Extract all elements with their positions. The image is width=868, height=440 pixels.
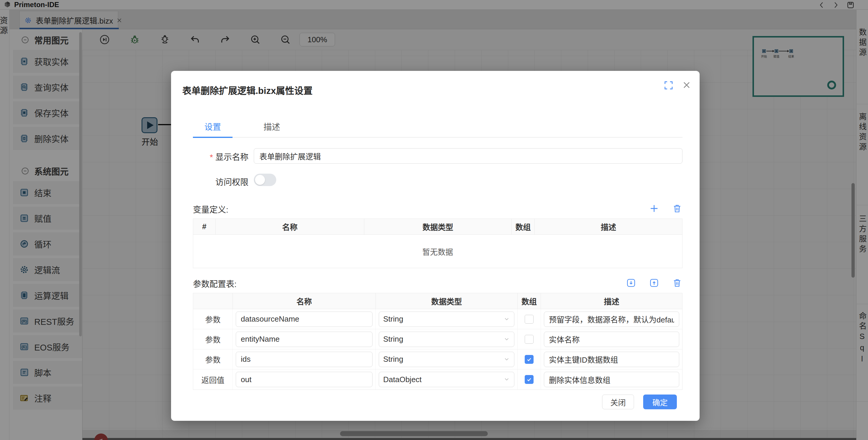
param-name-input[interactable] (236, 312, 373, 327)
param-kind: 参数 (196, 334, 229, 345)
chevron-down-icon (503, 356, 510, 363)
param-type-select[interactable]: String (379, 312, 514, 327)
param-desc-input[interactable] (544, 372, 679, 387)
param-type-select[interactable]: String (379, 332, 514, 347)
param-type-value: String (383, 355, 503, 364)
chevron-down-icon (503, 376, 510, 383)
param-row: 参数 String (193, 349, 682, 370)
param-type-select[interactable]: String (379, 352, 514, 367)
param-row: 返回值 DataObject (193, 370, 682, 389)
chevron-down-icon (503, 316, 510, 322)
param-type-value: String (383, 314, 503, 324)
add-variable-icon[interactable] (649, 203, 659, 214)
delete-variable-icon[interactable] (672, 203, 682, 214)
check-icon (526, 377, 532, 382)
variables-table-header: # 名称 数据类型 数组 描述 (193, 219, 682, 235)
app-window: Primeton-IDE 资源 表单删除扩展逻辑.bizx (0, 0, 868, 440)
access-label: 访问权限 (189, 176, 248, 188)
check-icon (526, 356, 532, 362)
export-params-icon[interactable] (649, 278, 659, 288)
dialog-tabs: 设置 描述 (193, 121, 291, 132)
array-checkbox[interactable] (525, 315, 533, 324)
param-type-select[interactable]: DataObject (379, 372, 514, 387)
params-table: 名称 数据类型 数组 描述 参数 String 参数 (193, 293, 682, 390)
param-name-input[interactable] (236, 352, 373, 367)
tab-settings[interactable]: 设置 (193, 121, 232, 132)
variables-section-title: 变量定义: (193, 203, 228, 215)
array-checkbox[interactable] (525, 335, 533, 344)
required-mark: * (210, 153, 213, 162)
params-actions (626, 278, 682, 288)
dialog-title: 表单删除扩展逻辑.bizx属性设置 (182, 83, 313, 97)
param-desc-input[interactable] (544, 352, 679, 367)
delete-param-icon[interactable] (672, 278, 682, 288)
properties-dialog: 表单删除扩展逻辑.bizx属性设置 设置 描述 *显示名称 访问权限 变量定义: (171, 71, 700, 421)
param-desc-input[interactable] (544, 332, 679, 347)
active-tab-indicator (193, 137, 232, 138)
variables-table: # 名称 数据类型 数组 描述 暂无数据 (193, 219, 682, 268)
tabs-divider (193, 137, 682, 137)
chevron-down-icon (503, 336, 510, 343)
param-name-input[interactable] (236, 372, 373, 387)
dialog-footer: 关闭 确定 (171, 395, 700, 409)
fullscreen-icon[interactable] (663, 80, 674, 90)
tab-description[interactable]: 描述 (252, 121, 291, 132)
param-desc-input[interactable] (544, 312, 679, 327)
params-table-header: 名称 数据类型 数组 描述 (193, 293, 682, 309)
array-checkbox[interactable] (525, 355, 533, 364)
param-row: 参数 String (193, 329, 682, 349)
confirm-button[interactable]: 确定 (643, 395, 677, 409)
close-button[interactable]: 关闭 (602, 395, 634, 409)
empty-state-text: 暂无数据 (193, 235, 682, 268)
param-type-value: DataObject (383, 375, 503, 384)
param-kind: 参数 (196, 314, 229, 324)
toggle-knob (255, 175, 265, 185)
access-toggle[interactable] (254, 174, 276, 186)
variables-actions (649, 203, 682, 214)
display-name-label: *显示名称 (189, 151, 248, 162)
param-row: 参数 String (193, 309, 682, 329)
param-name-input[interactable] (236, 332, 373, 347)
display-name-input[interactable] (254, 148, 682, 164)
param-kind: 返回值 (196, 374, 229, 385)
close-icon[interactable] (681, 80, 692, 90)
import-params-icon[interactable] (626, 278, 637, 288)
param-type-value: String (383, 335, 503, 344)
params-section-title: 参数配置表: (193, 278, 237, 289)
param-kind: 参数 (196, 354, 229, 365)
array-checkbox[interactable] (525, 375, 533, 384)
